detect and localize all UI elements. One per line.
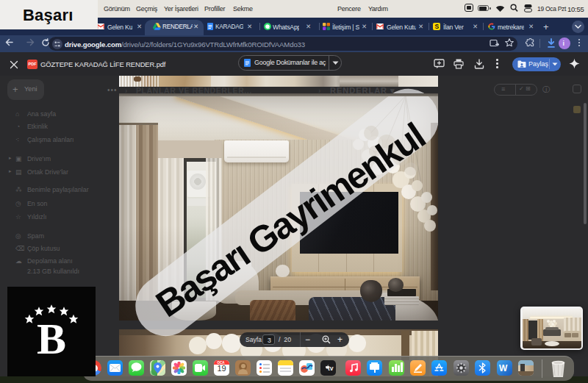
svg-text:B: B	[37, 315, 66, 363]
